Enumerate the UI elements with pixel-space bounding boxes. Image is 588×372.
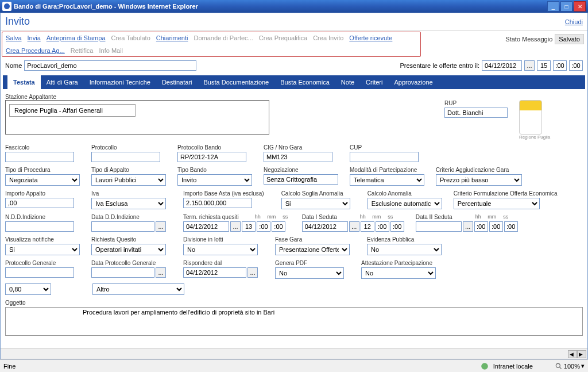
cig-input[interactable] <box>264 152 332 162</box>
importo-base-input[interactable] <box>183 198 252 208</box>
term-quesiti-mm[interactable] <box>257 221 270 232</box>
modalita-label: Modalità di Partecipazione <box>350 167 424 173</box>
term-quesiti-date[interactable] <box>183 221 229 232</box>
negoziazione-label: Negoziazione <box>264 167 338 173</box>
criterio-form-label: Criterio Formulazione Offerta Economica <box>454 190 558 197</box>
unk2-select[interactable]: Altro <box>92 283 184 295</box>
calcolo-anomalia-select[interactable]: Esclusione automatica <box>368 198 442 209</box>
term-quesiti-hh[interactable] <box>242 221 256 232</box>
negoziazione-input[interactable] <box>264 174 338 185</box>
oggetto-textarea[interactable]: Procedura lavori per ampliamento dell'ed… <box>5 307 583 336</box>
scroll-right-button[interactable]: ► <box>577 350 586 358</box>
cmd-anteprima[interactable]: Anteprima di Stampa <box>47 34 106 41</box>
cmd-salva[interactable]: Salva <box>6 34 22 41</box>
cmd-offerte-ricevute[interactable]: Offerte ricevute <box>349 34 392 41</box>
attestazione-select[interactable]: No <box>361 267 436 279</box>
cmd-crea-procedura[interactable]: Crea Procedura Ag... <box>6 47 65 54</box>
data-ii-seduta-mm[interactable] <box>489 221 503 232</box>
cmd-info-mail: Info Mail <box>99 47 123 54</box>
fase-gara-select[interactable]: Presentazione Offerte <box>275 244 350 255</box>
data-protocollo-gen-input[interactable] <box>91 267 154 278</box>
attestazione-label: Attestazione Partecipazione <box>361 260 436 266</box>
calcolo-soglia-select[interactable]: Si <box>281 198 350 209</box>
minimize-button[interactable]: _ <box>547 1 559 11</box>
rispondere-dal-picker-button[interactable]: ... <box>247 267 258 278</box>
rup-input[interactable] <box>444 108 508 118</box>
data-i-seduta-date[interactable] <box>302 221 348 232</box>
stazione-label: Stazione Appaltante <box>5 94 583 100</box>
criterio-agg-select[interactable]: Prezzo più basso <box>436 174 522 186</box>
tab-destinatari[interactable]: Destinatari <box>156 75 198 89</box>
importo-appalto-input[interactable] <box>5 198 74 208</box>
tipo-bando-select[interactable]: Invito <box>177 174 252 186</box>
fascicolo-input[interactable] <box>5 152 74 162</box>
protocollo-input[interactable] <box>91 152 160 162</box>
offerte-date-picker-button[interactable]: ... <box>524 60 535 71</box>
ndd-label: N.D.D.Indizione <box>5 214 74 220</box>
tab-approvazione[interactable]: Approvazione <box>388 75 438 89</box>
tipo-appalto-select[interactable]: Lavori Pubblici <box>91 174 166 186</box>
divisione-select[interactable]: No <box>183 244 258 255</box>
term-quesiti-ss[interactable] <box>272 221 285 232</box>
cmd-crea-tabulato: Crea Tabulato <box>111 34 150 41</box>
cmd-invia[interactable]: Invia <box>28 34 41 41</box>
nome-input[interactable] <box>24 60 196 71</box>
modalita-select[interactable]: Telematica <box>350 174 424 186</box>
tipo-procedura-select[interactable]: Negoziata <box>5 174 80 186</box>
criterio-form-select[interactable]: Percentuale <box>454 198 540 209</box>
richiesta-select[interactable]: Operatori invitati <box>91 244 166 255</box>
data-dd-picker-button[interactable]: ... <box>156 221 166 232</box>
data-ii-seduta-label: Data II Seduta <box>416 214 452 220</box>
scroll-left-button[interactable]: ◄ <box>568 350 577 358</box>
unk1-select[interactable]: 0,80 <box>5 283 51 295</box>
offerte-date-input[interactable] <box>482 60 522 71</box>
data-i-seduta-hh[interactable] <box>361 221 374 232</box>
genera-pdf-label: Genera PDF <box>275 260 344 266</box>
data-ii-seduta-picker-button[interactable]: ... <box>463 221 473 232</box>
data-i-seduta-ss[interactable] <box>390 221 404 232</box>
offerte-ss-input[interactable] <box>569 60 583 71</box>
mm-label: mm <box>266 214 277 220</box>
zoom-dropdown-icon[interactable]: ▾ <box>581 362 585 370</box>
rup-label: RUP <box>444 100 508 106</box>
cup-label: CUP <box>350 144 419 151</box>
richiesta-label: Richiesta Quesito <box>91 236 166 243</box>
cmd-chiarimenti[interactable]: Chiarimenti <box>156 34 188 41</box>
offerte-mm-input[interactable] <box>553 60 567 71</box>
data-ii-seduta-ss[interactable] <box>504 221 518 232</box>
data-dd-input[interactable] <box>91 221 154 232</box>
rispondere-dal-input[interactable] <box>183 267 246 278</box>
data-ii-seduta-hh[interactable] <box>474 221 488 232</box>
ndd-input[interactable] <box>5 221 74 232</box>
data-ii-seduta-date[interactable] <box>416 221 462 232</box>
status-messaggio-label: Stato Messaggio <box>505 36 552 43</box>
svg-line-2 <box>560 367 562 369</box>
close-button[interactable]: ✕ <box>574 1 586 11</box>
ss-label: ss <box>280 214 291 220</box>
statusbar-status: Fine <box>3 363 16 370</box>
protocollo-bando-label: Protocollo Bando <box>177 144 246 151</box>
data-i-seduta-picker-button[interactable]: ... <box>349 221 359 232</box>
statusbar: Fine Intranet locale 100% ▾ <box>0 359 588 372</box>
offerte-hh-input[interactable] <box>537 60 551 71</box>
maximize-button[interactable]: □ <box>560 1 572 11</box>
tab-criteri[interactable]: Criteri <box>360 75 388 89</box>
tab-note[interactable]: Note <box>335 75 360 89</box>
close-link[interactable]: Chiudi <box>565 18 583 25</box>
protocollo-gen-input[interactable] <box>5 267 74 278</box>
horizontal-scrollbar[interactable]: ◄ ► <box>1 348 587 359</box>
tab-testata[interactable]: Testata <box>7 75 41 89</box>
visualizza-select[interactable]: Si <box>5 244 80 255</box>
tab-atti[interactable]: Atti di Gara <box>41 75 84 89</box>
tab-info[interactable]: Informazioni Tecniche <box>84 75 156 89</box>
genera-pdf-select[interactable]: No <box>275 267 344 279</box>
data-i-seduta-mm[interactable] <box>376 221 389 232</box>
iva-select[interactable]: Iva Esclusa <box>91 198 166 209</box>
tab-busta-doc[interactable]: Busta Documentazione <box>198 75 275 89</box>
tab-busta-eco[interactable]: Busta Economica <box>274 75 335 89</box>
term-quesiti-picker-button[interactable]: ... <box>230 221 241 232</box>
cup-input[interactable] <box>350 152 419 162</box>
protocollo-bando-input[interactable] <box>177 152 246 162</box>
evidenza-select[interactable]: No <box>367 244 442 255</box>
data-protocollo-gen-picker-button[interactable]: ... <box>156 267 166 278</box>
